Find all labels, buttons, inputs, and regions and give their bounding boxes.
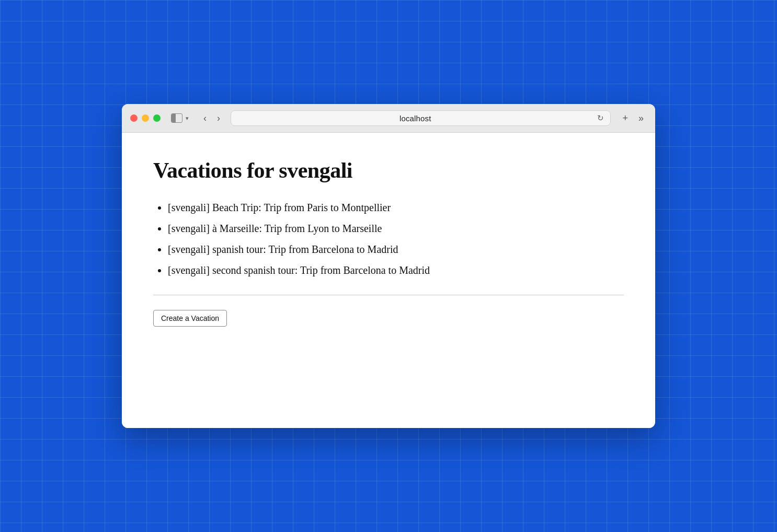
list-item: [svengali] spanish tour: Trip from Barce… xyxy=(168,241,624,257)
maximize-button[interactable] xyxy=(153,114,161,122)
sidebar-icon xyxy=(171,113,182,123)
new-tab-button[interactable]: + xyxy=(619,111,631,126)
close-button[interactable] xyxy=(130,114,138,122)
sidebar-toggle[interactable]: ▾ xyxy=(171,113,189,123)
extensions-button[interactable]: » xyxy=(635,111,647,126)
list-item: [svengali] second spanish tour: Trip fro… xyxy=(168,262,624,278)
forward-button[interactable]: › xyxy=(213,111,224,125)
browser-titlebar: ▾ ‹ › localhost ↻ + » xyxy=(122,104,655,133)
section-divider xyxy=(153,295,624,295)
traffic-lights xyxy=(130,114,161,122)
browser-window: ▾ ‹ › localhost ↻ + » Vacations for sven… xyxy=(122,104,655,428)
minimize-button[interactable] xyxy=(142,114,149,122)
chevron-down-icon: ▾ xyxy=(186,115,189,122)
url-display: localhost xyxy=(237,114,593,123)
vacation-list: [svengali] Beach Trip: Trip from Paris t… xyxy=(153,200,624,278)
address-bar[interactable]: localhost ↻ xyxy=(231,110,611,126)
create-vacation-button[interactable]: Create a Vacation xyxy=(153,310,227,327)
nav-buttons: ‹ › xyxy=(199,111,224,125)
toolbar-right: + » xyxy=(619,111,647,126)
list-item: [svengali] Beach Trip: Trip from Paris t… xyxy=(168,200,624,215)
reload-button[interactable]: ↻ xyxy=(597,113,604,123)
back-button[interactable]: ‹ xyxy=(199,111,211,125)
list-item: [svengali] à Marseille: Trip from Lyon t… xyxy=(168,221,624,236)
browser-content: Vacations for svengali [svengali] Beach … xyxy=(122,133,655,428)
page-title: Vacations for svengali xyxy=(153,158,624,183)
